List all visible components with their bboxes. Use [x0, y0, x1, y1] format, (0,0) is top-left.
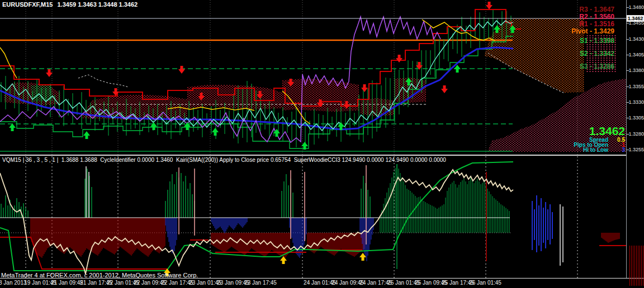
y-axis-label: 1.3480 [628, 4, 644, 10]
y-axis-label: 1.3355 [628, 84, 644, 89]
hi-to-low-value: 3 [608, 147, 625, 152]
y-axis-label: 1.3305 [628, 115, 644, 121]
hi-to-low-label: Hi to Low [583, 147, 608, 153]
price-axis[interactable]: 1.34801.34551.34301.34051.33801.33551.33… [626, 0, 644, 278]
price-info-block: 1.3462 Spread0.5 Pips to Open-1 Hi to Lo… [574, 125, 625, 152]
date-label: 18 Jan 2013 [0, 280, 27, 286]
cycleidentifier-label: CycleIdentifier 0.0000 1.3460 [100, 157, 173, 163]
pivot-label-r3: R3 - 1.3647 [579, 6, 614, 13]
chart-title: EURUSDFXF,M151.3459 1.3463 1.3448 1.3462 [2, 1, 138, 8]
pivot-label-r2: R2 - 1.3560 [579, 13, 614, 21]
superwoodiecci-label: SuperWoodieCCI3 124.9490 0.0000 124.9490… [294, 157, 446, 163]
y-axis-label: 1.3280 [628, 131, 644, 137]
date-label: 26 Jan 01:45 [469, 280, 501, 286]
indicator-chart-area[interactable] [0, 156, 626, 278]
copyright-text: MetaTrader 4 at FOREX.com, c 2001-2012, … [1, 272, 198, 279]
date-label: 21 Jan 09:45 [51, 280, 83, 286]
pivot-label-pivot: Pivot - 1.3429 [571, 27, 614, 35]
y-axis-label: 1.3255 [628, 147, 644, 152]
panel-divider[interactable] [0, 155, 644, 156]
symbol-period-label: EURUSDFXF,M15 [2, 1, 53, 8]
ohlc-values: 1.3459 1.3463 1.3448 1.3462 [57, 1, 138, 8]
y-axis-label: 1.3380 [628, 68, 644, 73]
vqm-values: 1.3688 1.3688 [61, 157, 97, 163]
y-axis-label: 1.3330 [628, 99, 644, 105]
date-label: 23 Jan 17:45 [244, 280, 277, 286]
indicator-header: VQM15 | 36 , 3 , 5 , 1 | 1.3688 1.3688 C… [2, 157, 446, 163]
y-axis-label: 1.3430 [628, 36, 644, 42]
kairi-label: Kairi(SMA((200)) Apply to Close price 0.… [176, 157, 291, 163]
time-axis[interactable]: 18 Jan 201319 Jan 01:4521 Jan 09:4521 Ja… [0, 278, 644, 288]
cloud-dots-overlay [586, 35, 617, 73]
corner-red-histogram [629, 246, 644, 286]
current-price-tag: 1.3462 [627, 15, 644, 22]
price-chart-area[interactable] [0, 0, 626, 155]
mt4-chart-window: EURUSDFXF,M151.3459 1.3463 1.3448 1.3462… [0, 0, 644, 288]
vqm-label: VQM15 | 36 , 3 , 5 , 1 | [2, 157, 58, 163]
pivot-label-r1: R1 - 1.3516 [579, 20, 614, 28]
current-price-display: 1.3462 [574, 125, 625, 137]
y-axis-label: 1.3405 [628, 52, 644, 57]
